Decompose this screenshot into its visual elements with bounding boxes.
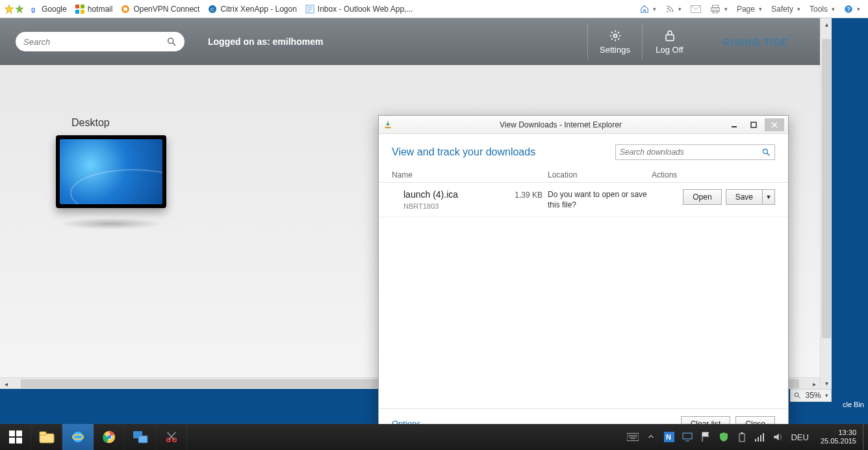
favorites-star-icon[interactable] [4, 4, 14, 14]
clock-time: 13:30 [838, 429, 856, 437]
desktop-tile[interactable] [56, 135, 166, 208]
task-chrome[interactable] [94, 424, 125, 450]
home-menu[interactable] [636, 3, 660, 15]
taskbar-clock[interactable]: 13:30 25.05.2015 [814, 424, 863, 450]
zoom-control[interactable]: 35% [790, 389, 832, 402]
settings-label: Settings [600, 45, 630, 55]
logged-on-prefix: Logged on as: [208, 36, 273, 47]
save-button-label[interactable]: Save [726, 190, 763, 204]
download-source: NBRT1803 [403, 202, 548, 210]
chevron-down-icon[interactable]: ▼ [763, 190, 774, 204]
windows-taskbar: N DEU 13:30 25.05.2015 [0, 424, 868, 450]
svg-rect-5 [81, 5, 84, 8]
tray-n-icon[interactable]: N [663, 431, 675, 443]
svg-rect-16 [711, 8, 719, 11]
fav-citrix[interactable]: C Citrix XenApp - Logon [203, 3, 300, 16]
svg-point-22 [613, 34, 617, 37]
citrix-header: Logged on as: emilhomem Settings Log Off… [0, 18, 820, 65]
start-button[interactable] [0, 424, 31, 450]
fav-google[interactable]: g Google [25, 3, 71, 16]
svg-rect-33 [9, 430, 15, 436]
tray-flag-icon[interactable] [700, 431, 711, 443]
svg-rect-38 [40, 432, 46, 435]
task-remote-desktop[interactable] [125, 424, 156, 450]
show-desktop-button[interactable] [863, 424, 868, 450]
ie-page-icon [305, 4, 315, 14]
logoff-button[interactable]: Log Off [642, 23, 696, 60]
task-internet-explorer[interactable] [62, 424, 94, 450]
scroll-right-icon[interactable]: ▸ [808, 378, 820, 390]
download-row[interactable]: launch (4).ica NBRT1803 1,39 KB Do you w… [379, 183, 788, 217]
svg-point-20 [168, 38, 173, 44]
fav-label: Google [42, 5, 67, 14]
feeds-menu[interactable] [661, 3, 685, 15]
svg-marker-1 [16, 5, 23, 13]
print-menu[interactable] [706, 3, 732, 15]
svg-marker-0 [5, 5, 13, 13]
fav-label: OpenVPN Connect [133, 5, 199, 14]
svg-text:?: ? [847, 6, 850, 12]
close-button[interactable] [765, 118, 784, 131]
fav-hotmail[interactable]: hotmail [71, 3, 117, 16]
svg-rect-45 [138, 436, 147, 443]
page-menu-label: Page [737, 5, 755, 14]
tray-overflow-icon[interactable] [645, 431, 657, 443]
scroll-up-icon[interactable]: ▴ [821, 18, 832, 30]
task-snipping-tool[interactable] [156, 424, 187, 450]
scroll-down-icon[interactable]: ▾ [821, 377, 832, 389]
scroll-left-icon[interactable]: ◂ [0, 378, 12, 390]
tray-monitor-icon[interactable] [682, 431, 693, 443]
brand-logo: RISING TIDE [707, 29, 804, 55]
logoff-label: Log Off [656, 45, 683, 55]
lock-icon [664, 29, 676, 42]
logged-on-text: Logged on as: emilhomem [208, 36, 323, 47]
maximize-button[interactable] [744, 118, 763, 131]
svg-rect-34 [16, 430, 22, 436]
ie-command-bar: Page Safety Tools ? [636, 3, 864, 15]
help-menu[interactable]: ? [840, 3, 864, 15]
add-favorite-icon[interactable] [14, 4, 25, 14]
open-button[interactable]: Open [683, 189, 721, 205]
search-icon[interactable] [166, 36, 177, 47]
tools-menu[interactable]: Tools [806, 3, 839, 15]
save-split-button[interactable]: Save ▼ [726, 189, 775, 205]
mail-menu[interactable] [687, 4, 705, 14]
tray-language[interactable]: DEU [791, 431, 808, 443]
downloads-search-input[interactable] [620, 148, 761, 157]
tray-signal-icon[interactable] [754, 431, 766, 443]
tools-menu-label: Tools [810, 5, 828, 14]
desktop-tile-label: Desktop [71, 117, 110, 129]
settings-button[interactable]: Settings [587, 23, 642, 60]
svg-text:g: g [31, 6, 35, 13]
downloads-dialog: View Downloads - Internet Explorer View … [378, 115, 789, 439]
dialog-titlebar[interactable]: View Downloads - Internet Explorer [379, 116, 788, 134]
vertical-scrollbar[interactable]: ▴ ▾ [820, 18, 832, 389]
download-manager-icon [383, 120, 393, 130]
download-size: 1,39 KB [515, 191, 542, 200]
tray-volume-icon[interactable] [772, 431, 784, 443]
scroll-thumb[interactable] [822, 39, 831, 338]
tray-power-icon[interactable] [736, 431, 748, 443]
minimize-button[interactable] [724, 118, 744, 131]
downloads-columns: Name Location Actions [379, 166, 788, 183]
logged-on-username: emilhomem [273, 36, 324, 47]
svg-rect-36 [16, 438, 22, 443]
citrix-search[interactable] [16, 32, 185, 51]
zoom-icon [793, 391, 801, 399]
search-input[interactable] [23, 37, 166, 47]
downloads-search[interactable] [615, 144, 775, 160]
col-location: Location [548, 170, 652, 179]
svg-rect-7 [81, 10, 84, 14]
zoom-value: 35% [805, 391, 821, 400]
google-icon: g [29, 4, 39, 14]
keyboard-icon[interactable] [627, 431, 639, 443]
tray-shield-icon[interactable] [718, 431, 730, 443]
gear-icon [609, 29, 622, 42]
recycle-bin-label[interactable]: cle Bin [843, 401, 864, 408]
fav-owa[interactable]: Inbox - Outlook Web App,... [301, 3, 417, 16]
fav-openvpn[interactable]: OpenVPN Connect [116, 3, 203, 16]
safety-menu[interactable]: Safety [767, 3, 804, 15]
page-menu[interactable]: Page [733, 3, 766, 15]
task-file-explorer[interactable] [31, 424, 62, 450]
search-icon[interactable] [761, 148, 771, 157]
